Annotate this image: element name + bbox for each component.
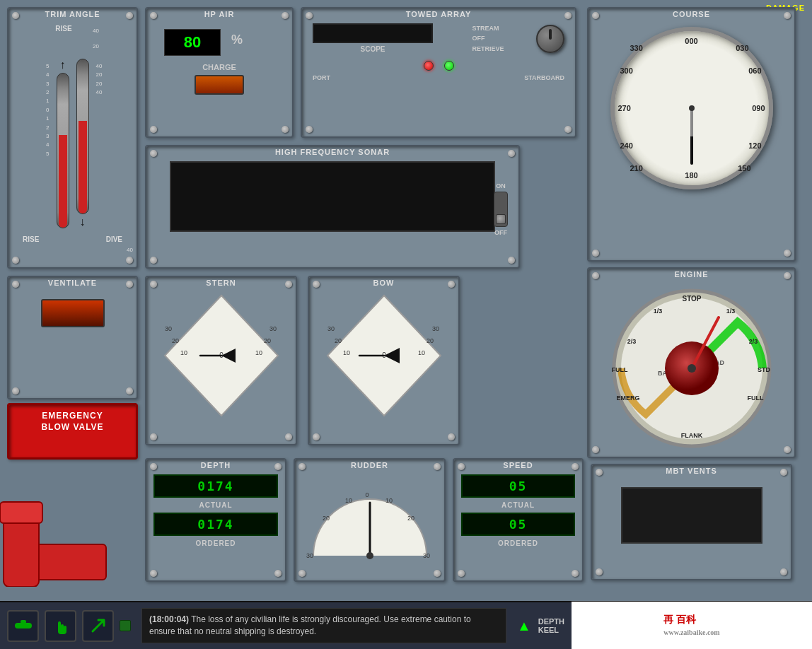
- compass-270: 270: [618, 104, 631, 112]
- speed-actual-label: ACTUAL: [454, 501, 582, 509]
- screw-tl: [458, 463, 465, 470]
- screw-bl: [458, 570, 465, 577]
- towed-array-panel: TOWED ARRAY SCOPE STREAM OFF RETRIEVE: [301, 7, 576, 138]
- arrow-icon-btn[interactable]: [82, 610, 114, 642]
- bottom-bar: (18:00:04) The loss of any civilian life…: [0, 601, 812, 649]
- hp-air-panel: HP AIR 80 % CHARGE: [145, 7, 294, 138]
- sub-icon-btn[interactable]: [7, 610, 39, 642]
- emergency-label: EMERGENCYBLOW VALVE: [9, 405, 136, 438]
- screw-tr: [126, 12, 133, 19]
- on-off-switch[interactable]: ON OFF: [494, 182, 508, 236]
- svg-text:10: 10: [385, 497, 393, 504]
- svg-text:2/3: 2/3: [627, 338, 636, 345]
- depth-title: DEPTH: [146, 460, 285, 471]
- keel-label: KEEL: [538, 626, 564, 634]
- svg-point-39: [688, 364, 696, 373]
- scale-right-label: 4020: [85, 23, 99, 55]
- towed-array-knob[interactable]: [536, 25, 564, 53]
- depth-actual-label: ACTUAL: [146, 501, 285, 509]
- screw-tr: [285, 281, 292, 288]
- course-panel: COURSE 000 030 330 060 300 090 270 120 2…: [587, 7, 796, 262]
- off-label: OFF: [494, 229, 507, 236]
- compass-210: 210: [630, 164, 643, 173]
- screw-tr: [448, 281, 455, 288]
- screw-tl: [12, 281, 19, 288]
- rise-label-bottom: RISE: [23, 235, 39, 243]
- screw-tr: [126, 281, 133, 288]
- trim-angle-panel: TRIM ANGLE RISE 4020 54321012345 ↑: [7, 7, 138, 269]
- screw-tr: [572, 463, 579, 470]
- svg-text:30: 30: [164, 325, 171, 332]
- screw-br: [448, 433, 455, 440]
- screw-tr: [780, 469, 787, 476]
- svg-point-48: [366, 552, 373, 559]
- screw-bl: [298, 570, 306, 577]
- screw-tr: [564, 12, 572, 19]
- ventilate-switch[interactable]: [41, 299, 105, 327]
- screw-br: [274, 570, 282, 577]
- svg-text:1/3: 1/3: [726, 308, 735, 315]
- on-label: ON: [496, 182, 506, 189]
- screw-br: [784, 446, 791, 453]
- screw-tl: [596, 469, 603, 476]
- trim-scale-right: 40202040: [96, 62, 109, 228]
- svg-text:STOP: STOP: [682, 295, 701, 303]
- svg-text:30: 30: [423, 552, 430, 559]
- svg-text:0: 0: [365, 491, 369, 498]
- compass-300: 300: [620, 66, 633, 75]
- screw-br: [434, 570, 441, 577]
- screw-tl: [150, 281, 157, 288]
- starboard-light: [444, 61, 454, 71]
- screw-bl: [12, 257, 19, 264]
- charge-switch[interactable]: [195, 75, 244, 95]
- svg-text:10: 10: [342, 349, 349, 356]
- svg-text:EMERG: EMERG: [616, 394, 639, 402]
- trim-angle-title: TRIM ANGLE: [8, 8, 137, 20]
- svg-text:10: 10: [255, 349, 262, 356]
- svg-rect-50: [21, 620, 26, 624]
- small-indicator: [120, 620, 131, 631]
- compass-center: [689, 105, 695, 111]
- stream-labels: STREAM OFF RETRIEVE: [472, 23, 504, 54]
- screw-tl: [150, 463, 157, 470]
- hp-air-value: 80: [164, 29, 221, 56]
- trim-scale-left: 54321012345: [37, 62, 50, 228]
- hand-icon-btn[interactable]: [45, 610, 76, 642]
- engine-panel: ENGINE STOP 1/3 1/3 2/3 2/3 FULL STD E: [587, 267, 796, 458]
- mbt-vents-display[interactable]: [621, 487, 762, 544]
- screw-bl: [12, 387, 19, 394]
- svg-text:30: 30: [327, 325, 334, 332]
- screw-tl: [306, 12, 313, 19]
- stern-gauge: 30 20 10 0 10 20 30: [158, 288, 285, 423]
- screw-bl: [150, 126, 157, 133]
- svg-text:20: 20: [263, 337, 270, 344]
- compass-150: 150: [738, 164, 750, 173]
- main-panel: DAMAGE TRIM ANGLE RISE 4020 54321012345 …: [0, 0, 812, 601]
- depth-panel: DEPTH 0174 ACTUAL 0174 ORDERED: [145, 458, 286, 582]
- compass-090: 090: [752, 104, 765, 112]
- depth-actual-value: 0174: [153, 474, 278, 498]
- engine-title: ENGINE: [588, 269, 794, 280]
- compass-030: 030: [736, 44, 748, 52]
- speed-title: SPEED: [454, 460, 582, 471]
- port-star-labels: PORT STARBOARD: [302, 74, 575, 81]
- hp-air-percent: %: [231, 33, 243, 47]
- compass-240: 240: [620, 141, 633, 150]
- hf-sonar-title: HIGH FREQUENCY SONAR: [146, 146, 518, 158]
- depth-keel-labels: DEPTH KEEL: [538, 617, 564, 634]
- svg-text:10: 10: [417, 349, 424, 356]
- rudder-panel: RUDDER 30 20 10 0 10 20 30: [294, 458, 446, 582]
- stern-title: STERN: [146, 277, 296, 288]
- charge-label: CHARGE: [146, 63, 292, 71]
- port-light: [424, 61, 434, 71]
- screw-tr: [282, 12, 289, 19]
- screw-br: [508, 257, 515, 264]
- compass-060: 060: [748, 66, 761, 75]
- svg-text:2/3: 2/3: [748, 338, 758, 345]
- screw-tr: [434, 463, 441, 470]
- svg-text:STD: STD: [758, 366, 771, 373]
- therm-right: ↓: [76, 59, 89, 228]
- svg-rect-22: [0, 502, 42, 523]
- emergency-blow-valve-panel[interactable]: EMERGENCYBLOW VALVE: [7, 403, 138, 460]
- svg-text:20: 20: [323, 515, 330, 522]
